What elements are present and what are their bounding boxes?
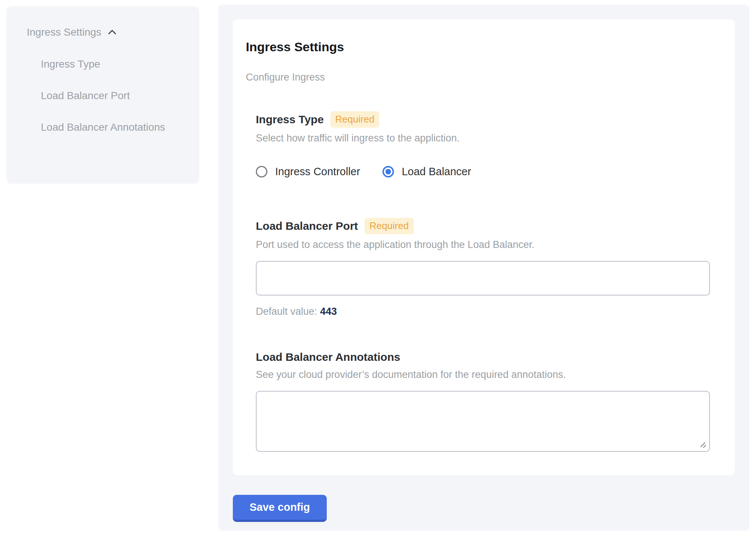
radio-option-load-balancer[interactable]: Load Balancer xyxy=(382,166,471,178)
ingress-settings-card: Ingress Settings Configure Ingress Ingre… xyxy=(233,19,735,475)
sidebar-section-ingress-settings[interactable]: Ingress Settings xyxy=(27,25,185,40)
sidebar-item-ingress-type[interactable]: Ingress Type xyxy=(41,53,185,75)
default-value-row: Default value:443 xyxy=(256,306,711,318)
required-badge: Required xyxy=(330,111,379,128)
ingress-type-description: Select how traffic will ingress to the a… xyxy=(256,132,711,144)
radio-label-load-balancer: Load Balancer xyxy=(402,166,471,178)
ingress-type-title: Ingress Type xyxy=(256,112,324,127)
radio-selected-icon[interactable] xyxy=(382,166,394,177)
page-subtitle: Configure Ingress xyxy=(246,71,711,84)
sidebar-item-list: Ingress Type Load Balancer Port Load Bal… xyxy=(27,53,185,138)
ingress-type-radio-group: Ingress Controller Load Balancer xyxy=(256,166,711,178)
ingress-type-section: Ingress Type Required Select how traffic… xyxy=(256,111,711,178)
form-sections: Ingress Type Required Select how traffic… xyxy=(256,111,711,452)
load-balancer-annotations-title: Load Balancer Annotations xyxy=(256,350,400,364)
settings-sidebar: Ingress Settings Ingress Type Load Balan… xyxy=(6,6,199,184)
load-balancer-port-title: Load Balancer Port xyxy=(256,219,358,233)
load-balancer-port-section: Load Balancer Port Required Port used to… xyxy=(256,218,711,318)
load-balancer-annotations-textarea[interactable] xyxy=(256,391,710,452)
load-balancer-annotations-description: See your cloud provider’s documentation … xyxy=(256,369,711,381)
load-balancer-port-input[interactable] xyxy=(256,261,710,295)
save-config-button[interactable]: Save config xyxy=(233,495,327,522)
radio-unselected-icon[interactable] xyxy=(256,166,267,177)
page-title: Ingress Settings xyxy=(246,39,711,55)
ingress-settings-panel: Ingress Settings Configure Ingress Ingre… xyxy=(218,4,749,531)
radio-label-ingress-controller: Ingress Controller xyxy=(275,166,360,178)
sidebar-section-label: Ingress Settings xyxy=(27,25,101,40)
load-balancer-port-description: Port used to access the application thro… xyxy=(256,239,711,251)
sidebar-item-load-balancer-port[interactable]: Load Balancer Port xyxy=(41,85,185,107)
load-balancer-annotations-section: Load Balancer Annotations See your cloud… xyxy=(256,350,711,452)
default-value-label: Default value: xyxy=(256,306,317,317)
textarea-resize-handle-icon[interactable] xyxy=(699,441,707,449)
required-badge: Required xyxy=(365,218,414,234)
radio-option-ingress-controller[interactable]: Ingress Controller xyxy=(256,166,360,178)
chevron-up-icon[interactable] xyxy=(107,27,118,38)
default-value: 443 xyxy=(320,306,337,317)
sidebar-item-load-balancer-annotations[interactable]: Load Balancer Annotations xyxy=(41,116,185,138)
